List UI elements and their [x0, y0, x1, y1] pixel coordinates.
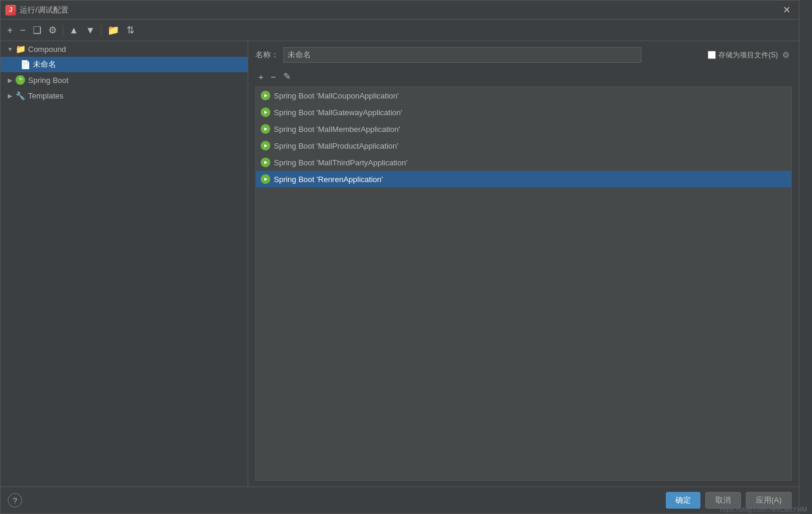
add-item-button[interactable]: + [255, 70, 267, 83]
close-button[interactable]: ✕ [779, 3, 794, 17]
templates-icon: 🔧 [15, 90, 26, 101]
tree-item-templates[interactable]: ▶ 🔧 Templates [1, 88, 248, 103]
unnamed-label: 未命名 [33, 59, 56, 70]
tree-item-unnamed[interactable]: 📄 未命名 [1, 57, 248, 72]
save-label: 存储为项目文件(S) [718, 50, 778, 60]
sub-toolbar: + − ✎ [255, 70, 792, 83]
watermark-url: https://blog.csdn.net/LastYHM [720, 506, 807, 513]
compound-arrow: ▼ [5, 44, 15, 54]
springboot-icon: 🍃 [15, 75, 26, 85]
folder-button[interactable]: 📁 [104, 24, 122, 36]
copy-config-button[interactable]: ❑ [30, 24, 44, 36]
config-item-name: Spring Boot 'MallThirdPartyApplication' [274, 158, 407, 167]
springboot-leaf-icon: 🍃 [16, 75, 25, 85]
bottom-left: ? [8, 493, 22, 507]
config-item[interactable]: Spring Boot 'MallProductApplication' [256, 137, 791, 154]
dialog-title: 运行/调试配置 [20, 5, 779, 16]
config-item-name: Spring Boot 'RenrenApplication' [274, 175, 383, 184]
remove-item-button[interactable]: − [268, 70, 279, 83]
springboot-run-icon [261, 141, 270, 150]
edit-item-button[interactable]: ✎ [280, 70, 294, 83]
tree-item-springboot[interactable]: ▶ 🍃 Spring Boot [1, 72, 248, 88]
main-content: ▼ 📁 Compound 📄 未命名 ▶ 🍃 Spring Boot [1, 41, 799, 487]
springboot-label: Spring Boot [28, 76, 69, 85]
app-icon: J [5, 5, 16, 16]
compound-icon: 📁 [15, 44, 26, 54]
config-item[interactable]: Spring Boot 'MallCouponApplication' [256, 87, 791, 104]
config-item[interactable]: Spring Boot 'MallMemberApplication' [256, 121, 791, 137]
tools-icon: 🔧 [16, 91, 25, 100]
toolbar-sep-2 [101, 24, 101, 36]
springboot-run-icon [261, 107, 270, 117]
move-up-button[interactable]: ▲ [66, 24, 82, 36]
gear-settings-button[interactable]: ⚙ [780, 50, 792, 60]
name-row: 名称： 存储为项目文件(S) ⚙ [255, 47, 792, 63]
name-label: 名称： [255, 50, 279, 60]
springboot-run-icon [261, 158, 270, 167]
save-checkbox[interactable] [708, 51, 716, 59]
sort-button[interactable]: ⇅ [124, 24, 137, 36]
config-item-name: Spring Boot 'MallCouponApplication' [274, 91, 399, 100]
config-list: Spring Boot 'MallCouponApplication'Sprin… [255, 87, 792, 481]
springboot-arrow: ▶ [5, 75, 15, 85]
main-toolbar: + − ❑ ⚙ ▲ ▼ 📁 ⇅ [1, 20, 799, 41]
left-panel: ▼ 📁 Compound 📄 未命名 ▶ 🍃 Spring Boot [1, 41, 248, 487]
config-item[interactable]: Spring Boot 'RenrenApplication' [256, 171, 791, 187]
unnamed-folder-icon: 📄 [20, 59, 30, 70]
bottom-bar: ? 确定 取消 应用(A) [1, 487, 799, 513]
tree-item-compound[interactable]: ▼ 📁 Compound [1, 41, 248, 57]
title-bar: J 运行/调试配置 ✕ [1, 1, 799, 20]
name-input[interactable] [283, 47, 641, 63]
springboot-run-icon [261, 124, 270, 134]
templates-arrow: ▶ [5, 91, 15, 100]
right-panel: 名称： 存储为项目文件(S) ⚙ + − ✎ Spring Boot 'Mall… [248, 41, 799, 487]
config-item[interactable]: Spring Boot 'MallGatewayApplication' [256, 104, 791, 121]
add-config-button[interactable]: + [4, 24, 16, 36]
springboot-run-icon [261, 174, 270, 184]
remove-config-button[interactable]: − [17, 24, 28, 36]
toolbar-sep-1 [63, 24, 63, 36]
save-area: 存储为项目文件(S) ⚙ [708, 50, 792, 60]
help-button[interactable]: ? [8, 493, 22, 507]
settings-config-button[interactable]: ⚙ [45, 24, 60, 36]
templates-label: Templates [28, 91, 63, 100]
config-item-name: Spring Boot 'MallMemberApplication' [274, 125, 400, 134]
config-item-name: Spring Boot 'MallProductApplication' [274, 141, 399, 150]
ok-button[interactable]: 确定 [666, 492, 700, 509]
springboot-run-icon [261, 91, 270, 100]
move-down-button[interactable]: ▼ [83, 24, 98, 36]
config-item[interactable]: Spring Boot 'MallThirdPartyApplication' [256, 154, 791, 171]
config-item-name: Spring Boot 'MallGatewayApplication' [274, 108, 402, 117]
compound-label: Compound [28, 45, 66, 54]
folder-icon: 📁 [16, 44, 26, 54]
